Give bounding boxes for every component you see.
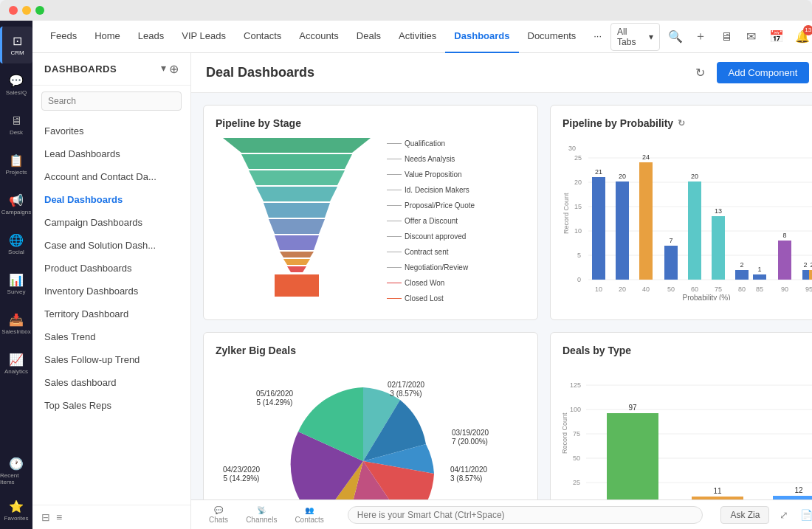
- nav-home[interactable]: Home: [86, 21, 129, 53]
- sidebar-item-product-dashboards[interactable]: Product Dashboards: [32, 257, 190, 280]
- minimize-button[interactable]: [22, 6, 31, 15]
- survey-icon: 📊: [9, 273, 24, 287]
- add-component-button[interactable]: Add Component: [717, 62, 810, 83]
- nav-leads[interactable]: Leads: [129, 21, 173, 53]
- svg-marker-10: [275, 274, 319, 297]
- nav-dashboards[interactable]: Dashboards: [445, 21, 518, 53]
- ask-zia-button[interactable]: Ask Zia: [720, 506, 769, 524]
- sidebar-item-top-sales-reps[interactable]: Top Sales Reps: [32, 394, 190, 417]
- sidebar-expand-button[interactable]: ▾: [161, 62, 166, 76]
- svg-text:3 (8.57%): 3 (8.57%): [390, 390, 422, 398]
- favorites-icon: ⭐: [9, 499, 24, 514]
- refresh-icon[interactable]: ↻: [678, 118, 685, 128]
- search-button[interactable]: 🔍: [666, 27, 685, 47]
- bottom-doc-icon[interactable]: 📄: [797, 506, 812, 524]
- all-tabs-button[interactable]: All Tabs ▾: [610, 23, 660, 51]
- sidebar-header: DASHBOARDS ▾ ⊕: [32, 53, 190, 86]
- sidebar-item-deal-dashboards[interactable]: Deal Dashboards: [32, 188, 190, 211]
- sidebar-item-desk[interactable]: 🖥 Desk: [0, 106, 32, 143]
- svg-rect-40: [712, 216, 725, 280]
- sidebar-item-projects[interactable]: 📋 Projects: [0, 146, 32, 183]
- calendar-button[interactable]: 📅: [767, 27, 786, 47]
- bottom-chats-tab[interactable]: 💬 Chats: [203, 505, 234, 525]
- sidebar-item-crm[interactable]: ⊡ CRM: [0, 27, 32, 63]
- svg-marker-4: [264, 203, 330, 218]
- dashboard-header-actions: ↻ Add Component ··· ?: [690, 62, 813, 83]
- crm-icon: ⊡: [13, 34, 22, 48]
- sidebar-item-sales-dashboard[interactable]: Sales dashboard: [32, 371, 190, 394]
- sidebar-item-campaign-dashboards[interactable]: Campaign Dashboards: [32, 211, 190, 234]
- svg-rect-46: [753, 274, 766, 280]
- svg-text:20: 20: [619, 286, 626, 293]
- sidebar-item-favorites[interactable]: ⭐ Favorites: [0, 492, 32, 529]
- svg-marker-2: [249, 170, 345, 185]
- svg-rect-28: [616, 181, 629, 280]
- chat-icon: 💬: [214, 506, 223, 514]
- zylker-big-deals-title: Zylker Big Deals: [216, 345, 526, 356]
- svg-marker-7: [280, 252, 314, 257]
- sidebar-item-territory-dashboard[interactable]: Territory Dashboard: [32, 302, 190, 325]
- close-button[interactable]: [9, 6, 18, 15]
- svg-marker-0: [223, 138, 371, 153]
- sidebar-list-view-button[interactable]: ≡: [56, 511, 62, 523]
- sidebar-footer: ⊟ ≡: [32, 505, 190, 529]
- nav-activities[interactable]: Activities: [390, 21, 445, 53]
- svg-text:60: 60: [691, 286, 698, 293]
- left-sidebar: DASHBOARDS ▾ ⊕ Favorites Lead Dashboards…: [32, 53, 191, 529]
- svg-text:50: 50: [667, 286, 675, 293]
- svg-text:20: 20: [691, 173, 698, 180]
- sidebar-item-salesiq[interactable]: 💬 SalesIQ: [0, 66, 32, 103]
- sidebar-item-lead-dashboards[interactable]: Lead Dashboards: [32, 142, 190, 165]
- add-button[interactable]: ＋: [691, 27, 710, 47]
- sidebar-add-button[interactable]: ⊕: [169, 62, 179, 76]
- notification-count: 13: [803, 25, 812, 35]
- sidebar-item-case-solution[interactable]: Case and Solution Dash...: [32, 234, 190, 257]
- sidebar-item-sales-trend[interactable]: Sales Trend: [32, 325, 190, 348]
- notifications-button[interactable]: 🔔 13: [792, 27, 811, 47]
- svg-text:85: 85: [756, 286, 763, 293]
- svg-text:3 (8.57%): 3 (8.57%): [450, 474, 482, 483]
- screen-share-button[interactable]: 🖥: [716, 27, 735, 47]
- nav-right-actions: All Tabs ▾ 🔍 ＋ 🖥 ✉ 📅 🔔 13 ⚙ U: [610, 23, 812, 51]
- nav-more[interactable]: ···: [585, 21, 610, 53]
- sidebar-item-recent[interactable]: 🕐 Recent Items: [0, 452, 32, 489]
- svg-text:04/23/2020: 04/23/2020: [223, 466, 260, 474]
- sidebar-search-input[interactable]: [41, 91, 182, 111]
- svg-text:50: 50: [573, 454, 580, 462]
- bottom-channels-tab[interactable]: 📡 Channels: [240, 505, 283, 525]
- nav-deals[interactable]: Deals: [348, 21, 390, 53]
- sidebar-collapse-button[interactable]: ⊟: [41, 511, 50, 523]
- svg-text:5: 5: [577, 252, 581, 259]
- sidebar-item-social[interactable]: 🌐 Social: [0, 226, 32, 263]
- refresh-button[interactable]: ↻: [690, 63, 711, 83]
- nav-documents[interactable]: Documents: [519, 21, 585, 53]
- pipeline-by-stage-content: Qualification Needs Analysis Value Propo…: [216, 138, 526, 308]
- salesiq-icon: 💬: [9, 74, 24, 88]
- smart-chat-input[interactable]: [348, 506, 703, 524]
- sidebar-item-survey[interactable]: 📊 Survey: [0, 266, 32, 302]
- bottom-contacts-tab[interactable]: 👥 Contacts: [289, 505, 329, 525]
- dashboard-grid: Pipeline by Stage: [191, 93, 812, 499]
- pipeline-by-probability-content: 0 5 10 15 20 25 30 Record Count: [562, 138, 812, 308]
- nav-vip-leads[interactable]: VIP Leads: [173, 21, 235, 53]
- sidebar-item-account-contact[interactable]: Account and Contact Da...: [32, 165, 190, 188]
- nav-contacts[interactable]: Contacts: [235, 21, 290, 53]
- sidebar-item-inventory-dashboards[interactable]: Inventory Dashboards: [32, 280, 190, 302]
- dashboard-header: Deal Dashboards ↻ Add Component ··· ?: [191, 53, 812, 93]
- icon-sidebar: ⊡ CRM 💬 SalesIQ 🖥 Desk 📋 Projects 📢 Camp…: [0, 21, 32, 529]
- nav-feeds[interactable]: Feeds: [41, 21, 86, 53]
- sidebar-item-campaigns[interactable]: 📢 Campaigns: [0, 186, 32, 223]
- mail-button[interactable]: ✉: [742, 27, 761, 47]
- sidebar-item-sales-followup[interactable]: Sales Follow-up Trend: [32, 348, 190, 371]
- sidebar-item-analytics[interactable]: 📈 Analytics: [0, 345, 32, 382]
- svg-text:Record Count: Record Count: [562, 193, 570, 234]
- nav-accounts[interactable]: Accounts: [290, 21, 347, 53]
- projects-icon: 📋: [9, 153, 24, 167]
- maximize-button[interactable]: [35, 6, 44, 15]
- svg-text:20: 20: [619, 173, 626, 180]
- svg-marker-8: [283, 259, 310, 265]
- sidebar-item-favorites[interactable]: Favorites: [32, 120, 190, 142]
- sidebar-item-salesinbox[interactable]: 📥 SalesInbox: [0, 305, 32, 342]
- bottom-expand-icon[interactable]: ⤢: [775, 506, 793, 524]
- bottom-right-icons: ⤢ 📄 ⬇ ✕: [775, 506, 812, 524]
